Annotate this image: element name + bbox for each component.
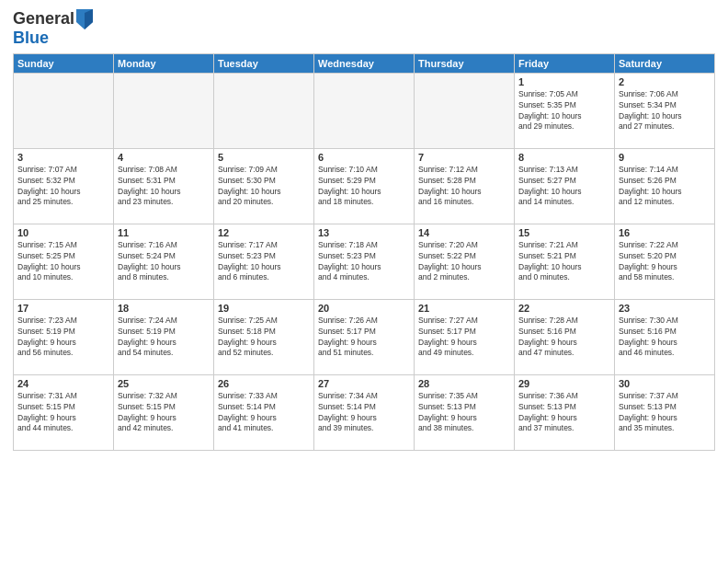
calendar-cell: 30Sunrise: 7:37 AM Sunset: 5:13 PM Dayli… (615, 374, 715, 450)
calendar-cell: 15Sunrise: 7:21 AM Sunset: 5:21 PM Dayli… (515, 224, 615, 299)
day-info: Sunrise: 7:09 AM Sunset: 5:30 PM Dayligh… (218, 165, 310, 209)
day-info: Sunrise: 7:14 AM Sunset: 5:26 PM Dayligh… (619, 165, 711, 209)
day-number: 24 (17, 378, 109, 389)
day-info: Sunrise: 7:26 AM Sunset: 5:17 PM Dayligh… (318, 316, 410, 360)
day-number: 18 (118, 303, 210, 314)
calendar-cell: 14Sunrise: 7:20 AM Sunset: 5:22 PM Dayli… (415, 224, 515, 299)
day-number: 28 (418, 378, 510, 389)
calendar-cell: 17Sunrise: 7:23 AM Sunset: 5:19 PM Dayli… (14, 299, 114, 374)
day-info: Sunrise: 7:37 AM Sunset: 5:13 PM Dayligh… (619, 391, 711, 435)
day-number: 4 (118, 152, 210, 163)
day-info: Sunrise: 7:18 AM Sunset: 5:23 PM Dayligh… (318, 240, 410, 284)
day-number: 15 (518, 227, 610, 238)
calendar-cell: 29Sunrise: 7:36 AM Sunset: 5:13 PM Dayli… (515, 374, 615, 450)
calendar-cell: 19Sunrise: 7:25 AM Sunset: 5:18 PM Dayli… (214, 299, 314, 374)
day-info: Sunrise: 7:25 AM Sunset: 5:18 PM Dayligh… (218, 316, 310, 360)
calendar-cell: 28Sunrise: 7:35 AM Sunset: 5:13 PM Dayli… (415, 374, 515, 450)
day-info: Sunrise: 7:05 AM Sunset: 5:35 PM Dayligh… (518, 89, 610, 133)
calendar-cell: 8Sunrise: 7:13 AM Sunset: 5:27 PM Daylig… (515, 148, 615, 224)
calendar-cell: 20Sunrise: 7:26 AM Sunset: 5:17 PM Dayli… (314, 299, 415, 374)
weekday-header: Wednesday (314, 53, 415, 73)
day-info: Sunrise: 7:22 AM Sunset: 5:20 PM Dayligh… (619, 240, 711, 284)
day-number: 1 (518, 76, 610, 87)
day-number: 8 (518, 152, 610, 163)
day-info: Sunrise: 7:06 AM Sunset: 5:34 PM Dayligh… (619, 89, 711, 133)
weekday-header: Saturday (615, 53, 715, 73)
calendar-cell: 2Sunrise: 7:06 AM Sunset: 5:34 PM Daylig… (615, 73, 715, 148)
day-number: 19 (218, 303, 310, 314)
day-number: 29 (518, 378, 610, 389)
calendar-cell (314, 73, 415, 148)
calendar-header-row: SundayMondayTuesdayWednesdayThursdayFrid… (14, 53, 715, 73)
calendar-cell: 12Sunrise: 7:17 AM Sunset: 5:23 PM Dayli… (214, 224, 314, 299)
day-info: Sunrise: 7:28 AM Sunset: 5:16 PM Dayligh… (518, 316, 610, 360)
day-number: 14 (418, 227, 510, 238)
day-number: 13 (318, 227, 410, 238)
day-info: Sunrise: 7:10 AM Sunset: 5:29 PM Dayligh… (318, 165, 410, 209)
weekday-header: Monday (114, 53, 214, 73)
calendar-cell: 6Sunrise: 7:10 AM Sunset: 5:29 PM Daylig… (314, 148, 415, 224)
calendar-cell: 1Sunrise: 7:05 AM Sunset: 5:35 PM Daylig… (515, 73, 615, 148)
day-number: 25 (118, 378, 210, 389)
day-info: Sunrise: 7:35 AM Sunset: 5:13 PM Dayligh… (418, 391, 510, 435)
day-number: 16 (619, 227, 711, 238)
day-number: 2 (619, 76, 711, 87)
day-info: Sunrise: 7:36 AM Sunset: 5:13 PM Dayligh… (518, 391, 610, 435)
calendar-cell: 24Sunrise: 7:31 AM Sunset: 5:15 PM Dayli… (14, 374, 114, 450)
day-info: Sunrise: 7:15 AM Sunset: 5:25 PM Dayligh… (17, 240, 109, 284)
calendar-cell: 23Sunrise: 7:30 AM Sunset: 5:16 PM Dayli… (615, 299, 715, 374)
calendar-cell: 27Sunrise: 7:34 AM Sunset: 5:14 PM Dayli… (314, 374, 415, 450)
weekday-header: Friday (515, 53, 615, 73)
day-number: 30 (619, 378, 711, 389)
logo-general: General (13, 9, 74, 28)
logo-icon (76, 9, 93, 29)
logo-text: GeneralBlue (13, 9, 93, 48)
page: GeneralBlue SundayMondayTuesdayWednesday… (0, 0, 728, 563)
day-number: 6 (318, 152, 410, 163)
day-info: Sunrise: 7:34 AM Sunset: 5:14 PM Dayligh… (318, 391, 410, 435)
day-number: 9 (619, 152, 711, 163)
calendar-week-row: 1Sunrise: 7:05 AM Sunset: 5:35 PM Daylig… (14, 73, 715, 148)
day-number: 26 (218, 378, 310, 389)
calendar-cell: 16Sunrise: 7:22 AM Sunset: 5:20 PM Dayli… (615, 224, 715, 299)
calendar-cell: 7Sunrise: 7:12 AM Sunset: 5:28 PM Daylig… (415, 148, 515, 224)
calendar-cell: 13Sunrise: 7:18 AM Sunset: 5:23 PM Dayli… (314, 224, 415, 299)
day-info: Sunrise: 7:08 AM Sunset: 5:31 PM Dayligh… (118, 165, 210, 209)
calendar-cell: 4Sunrise: 7:08 AM Sunset: 5:31 PM Daylig… (114, 148, 214, 224)
day-number: 11 (118, 227, 210, 238)
day-info: Sunrise: 7:12 AM Sunset: 5:28 PM Dayligh… (418, 165, 510, 209)
calendar-cell: 9Sunrise: 7:14 AM Sunset: 5:26 PM Daylig… (615, 148, 715, 224)
day-info: Sunrise: 7:17 AM Sunset: 5:23 PM Dayligh… (218, 240, 310, 284)
calendar-cell (14, 73, 114, 148)
day-number: 22 (518, 303, 610, 314)
calendar-cell (214, 73, 314, 148)
calendar-cell: 26Sunrise: 7:33 AM Sunset: 5:14 PM Dayli… (214, 374, 314, 450)
day-number: 21 (418, 303, 510, 314)
calendar-cell: 5Sunrise: 7:09 AM Sunset: 5:30 PM Daylig… (214, 148, 314, 224)
day-number: 27 (318, 378, 410, 389)
calendar-week-row: 10Sunrise: 7:15 AM Sunset: 5:25 PM Dayli… (14, 224, 715, 299)
weekday-header: Tuesday (214, 53, 314, 73)
calendar-body: 1Sunrise: 7:05 AM Sunset: 5:35 PM Daylig… (14, 73, 715, 450)
day-info: Sunrise: 7:24 AM Sunset: 5:19 PM Dayligh… (118, 316, 210, 360)
calendar-cell: 25Sunrise: 7:32 AM Sunset: 5:15 PM Dayli… (114, 374, 214, 450)
day-info: Sunrise: 7:32 AM Sunset: 5:15 PM Dayligh… (118, 391, 210, 435)
calendar-cell: 10Sunrise: 7:15 AM Sunset: 5:25 PM Dayli… (14, 224, 114, 299)
day-info: Sunrise: 7:27 AM Sunset: 5:17 PM Dayligh… (418, 316, 510, 360)
day-number: 3 (17, 152, 109, 163)
day-number: 5 (218, 152, 310, 163)
day-info: Sunrise: 7:20 AM Sunset: 5:22 PM Dayligh… (418, 240, 510, 284)
day-number: 12 (218, 227, 310, 238)
day-info: Sunrise: 7:13 AM Sunset: 5:27 PM Dayligh… (518, 165, 610, 209)
calendar-cell: 3Sunrise: 7:07 AM Sunset: 5:32 PM Daylig… (14, 148, 114, 224)
calendar-week-row: 3Sunrise: 7:07 AM Sunset: 5:32 PM Daylig… (14, 148, 715, 224)
day-number: 7 (418, 152, 510, 163)
header: GeneralBlue (13, 9, 715, 48)
calendar-cell (114, 73, 214, 148)
calendar-cell: 22Sunrise: 7:28 AM Sunset: 5:16 PM Dayli… (515, 299, 615, 374)
day-info: Sunrise: 7:31 AM Sunset: 5:15 PM Dayligh… (17, 391, 109, 435)
calendar-week-row: 17Sunrise: 7:23 AM Sunset: 5:19 PM Dayli… (14, 299, 715, 374)
day-info: Sunrise: 7:30 AM Sunset: 5:16 PM Dayligh… (619, 316, 711, 360)
day-number: 10 (17, 227, 109, 238)
day-number: 23 (619, 303, 711, 314)
